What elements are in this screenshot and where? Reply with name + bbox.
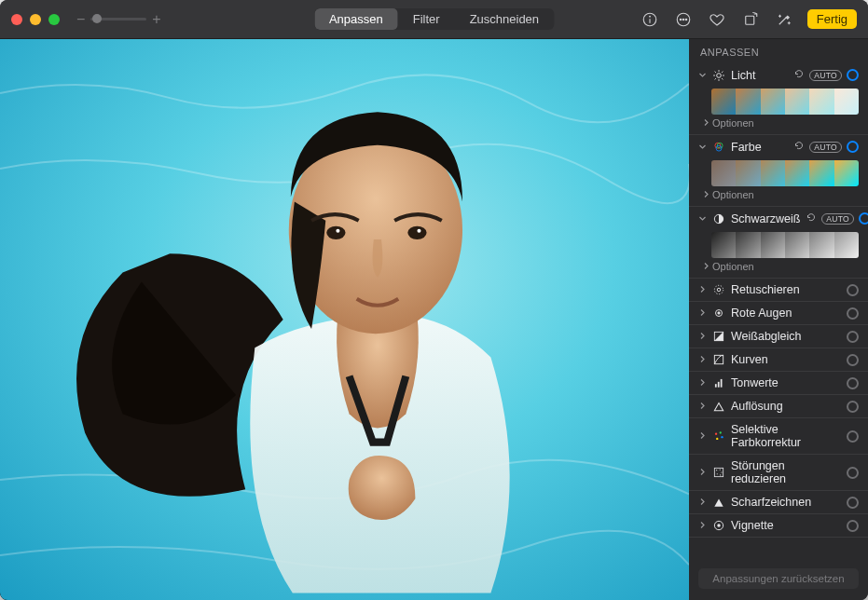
chevron-right-icon: [698, 283, 707, 296]
section-header[interactable]: Tonwerte: [689, 372, 868, 394]
svg-point-37: [720, 431, 722, 433]
preview-strip-bw[interactable]: [711, 232, 859, 258]
chevron-right-icon: [698, 307, 707, 320]
svg-point-2: [649, 16, 650, 17]
options-label: Optionen: [712, 189, 754, 200]
zoom-slider[interactable]: − +: [76, 11, 161, 28]
adjust-tool-icon: [712, 496, 725, 509]
reset-icon[interactable]: [806, 211, 817, 225]
options-label: Optionen: [712, 117, 754, 129]
photo-canvas[interactable]: [0, 39, 689, 600]
done-button[interactable]: Fertig: [807, 9, 857, 29]
preview-strip-light[interactable]: [711, 89, 859, 115]
chevron-right-icon: [698, 330, 707, 343]
section-header[interactable]: Scharfzeichnen: [689, 491, 868, 513]
section-collapsed: Rote Augen: [689, 302, 868, 325]
enable-toggle[interactable]: [847, 497, 859, 509]
enable-toggle[interactable]: [847, 69, 859, 81]
auto-button[interactable]: AUTO: [809, 70, 842, 81]
section-header[interactable]: Weißabgleich: [689, 325, 868, 348]
favorite-icon[interactable]: [707, 9, 727, 30]
section-header[interactable]: Selektive Farbkorrektur: [689, 418, 868, 454]
section-header[interactable]: Retuschieren: [689, 279, 868, 301]
info-icon[interactable]: [640, 9, 660, 30]
reset-icon[interactable]: [793, 140, 805, 154]
section-header[interactable]: Auflösung: [689, 395, 868, 417]
zoom-out-icon: −: [76, 11, 85, 28]
section-label: Rote Augen: [731, 307, 841, 320]
more-icon[interactable]: [673, 9, 694, 30]
edit-mode-tabs: Anpassen Filter Zuschneiden: [314, 8, 554, 30]
tab-filter[interactable]: Filter: [398, 8, 455, 30]
section-header-color[interactable]: Farbe AUTO: [689, 135, 868, 158]
options-toggle-light[interactable]: Optionen: [689, 117, 868, 134]
chevron-right-icon: [698, 496, 707, 509]
svg-point-4: [680, 19, 682, 20]
section-label: Störungen reduzieren: [731, 459, 841, 485]
svg-point-36: [715, 433, 717, 435]
enable-toggle[interactable]: [847, 307, 859, 320]
section-header-light[interactable]: Licht AUTO: [689, 63, 868, 87]
auto-button[interactable]: AUTO: [821, 213, 854, 225]
minimize-window-button[interactable]: [30, 14, 41, 25]
svg-point-13: [417, 229, 420, 233]
svg-point-10: [326, 226, 345, 239]
enable-toggle[interactable]: [847, 467, 859, 479]
auto-enhance-icon[interactable]: [774, 9, 794, 30]
options-toggle-color[interactable]: Optionen: [689, 189, 868, 206]
enable-toggle[interactable]: [847, 141, 859, 153]
section-collapsed: Störungen reduzieren: [689, 455, 868, 491]
section-header[interactable]: Vignette: [689, 514, 868, 537]
bw-icon: [712, 212, 725, 225]
enable-toggle[interactable]: [859, 212, 868, 225]
options-toggle-bw[interactable]: Optionen: [689, 261, 868, 278]
section-label: Licht: [731, 69, 788, 82]
close-window-button[interactable]: [11, 14, 22, 25]
enable-toggle[interactable]: [847, 331, 859, 343]
adjust-tool-icon: [712, 400, 725, 413]
section-label: Tonwerte: [731, 376, 841, 389]
reset-icon[interactable]: [793, 68, 805, 82]
section-header-bw[interactable]: Schwarzweiß AUTO: [689, 207, 868, 230]
rotate-icon[interactable]: [740, 9, 761, 30]
section-label: Vignette: [731, 519, 841, 532]
enable-toggle[interactable]: [847, 354, 859, 366]
chevron-right-icon: [698, 400, 707, 413]
reset-adjustments-button[interactable]: Anpassungen zurücksetzen: [698, 568, 859, 589]
titlebar: − + Anpassen Filter Zuschneiden: [0, 0, 868, 39]
adjust-tool-icon: [712, 330, 725, 343]
section-bw: Schwarzweiß AUTO Optionen: [689, 207, 868, 279]
enable-toggle[interactable]: [847, 430, 859, 443]
svg-rect-33: [715, 384, 717, 388]
section-header[interactable]: Kurven: [689, 348, 868, 371]
svg-rect-7: [746, 16, 754, 24]
svg-point-28: [714, 285, 723, 293]
adjust-tool-icon: [712, 466, 725, 479]
enable-toggle[interactable]: [847, 377, 859, 389]
enable-toggle[interactable]: [847, 284, 859, 296]
svg-rect-35: [721, 379, 723, 388]
zoom-in-icon: +: [152, 11, 160, 28]
section-label: Scharfzeichnen: [731, 496, 841, 509]
photo-preview: [0, 39, 689, 600]
adjust-tool-icon: [712, 283, 725, 296]
section-label: Retuschieren: [731, 283, 841, 296]
preview-strip-color[interactable]: [711, 160, 859, 186]
tab-adjust[interactable]: Anpassen: [314, 8, 398, 30]
svg-point-38: [721, 436, 723, 438]
svg-line-20: [722, 78, 723, 79]
section-collapsed: Selektive Farbkorrektur: [689, 418, 868, 455]
section-header[interactable]: Rote Augen: [689, 302, 868, 324]
svg-line-22: [722, 71, 723, 72]
svg-line-21: [715, 78, 716, 79]
fullscreen-window-button[interactable]: [48, 14, 60, 25]
toolbar-right: Fertig: [640, 9, 857, 30]
enable-toggle[interactable]: [847, 520, 859, 532]
enable-toggle[interactable]: [847, 401, 859, 413]
tab-crop[interactable]: Zuschneiden: [455, 8, 554, 30]
auto-button[interactable]: AUTO: [809, 142, 842, 153]
window-controls: [11, 14, 60, 25]
section-collapsed: Weißabgleich: [689, 325, 868, 348]
section-header[interactable]: Störungen reduzieren: [689, 455, 868, 490]
chevron-right-icon: [698, 353, 707, 366]
